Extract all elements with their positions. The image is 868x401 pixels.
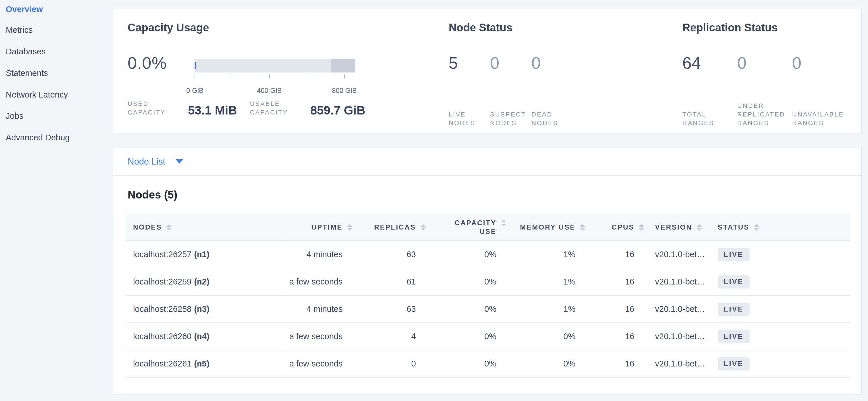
- total-ranges-value: 64: [682, 54, 737, 72]
- usable-capacity-value: 859.7 GiB: [310, 104, 365, 117]
- usable-capacity-label: USABLE CAPACITY: [250, 99, 302, 117]
- sidebar-item-advanced-debug[interactable]: Advanced Debug: [6, 131, 70, 144]
- replicas-cell: 63: [352, 295, 426, 323]
- node-address-link[interactable]: localhost:26257: [133, 250, 191, 259]
- under-replicated-ranges-stat: 0 UNDER- REPLICATED RANGES: [737, 54, 792, 127]
- cpus-cell: 16: [585, 268, 644, 295]
- gauge-tick: [307, 75, 307, 79]
- sidebar-item-statements[interactable]: Statements: [6, 66, 48, 80]
- node-address-link[interactable]: localhost:26259: [133, 277, 191, 286]
- suspect-nodes-stat: 0 SUSPECT NODES: [490, 54, 531, 127]
- total-ranges-label: TOTAL RANGES: [682, 110, 737, 127]
- column-header-memory-use[interactable]: MEMORY USE: [506, 214, 585, 241]
- table-row: localhost:26260(n4) a few seconds 4 0% 0…: [126, 323, 850, 350]
- capacity-use-cell: 0%: [426, 268, 506, 295]
- column-label: VERSION: [655, 223, 692, 231]
- column-header-cpus[interactable]: CPUS: [585, 214, 644, 241]
- status-badge: LIVE: [718, 357, 750, 371]
- suspect-nodes-value: 0: [490, 54, 531, 72]
- capacity-use-cell: 0%: [426, 323, 506, 350]
- sidebar-item-jobs[interactable]: Jobs: [6, 109, 23, 123]
- sidebar: Overview Metrics Databases Statements Ne…: [0, 0, 113, 401]
- table-row: localhost:26258(n3) 4 minutes 63 0% 1% 1…: [126, 295, 850, 323]
- sidebar-item-databases[interactable]: Databases: [6, 45, 46, 58]
- gauge-tick: [269, 75, 270, 79]
- node-id: (n5): [194, 359, 209, 368]
- dead-nodes-value: 0: [531, 54, 573, 72]
- gauge-tick-label: 800 GiB: [332, 87, 357, 95]
- column-label: MEMORY USE: [520, 223, 576, 231]
- sort-icon: [347, 224, 352, 231]
- status-badge: LIVE: [718, 248, 750, 261]
- cluster-summary-card: Capacity Usage 0.0% 0 GiB 400 GiB 800 Gi…: [113, 9, 862, 133]
- unavailable-ranges-value: 0: [792, 54, 847, 72]
- capacity-used-percent: 0.0%: [128, 54, 167, 72]
- node-id: (n2): [194, 277, 209, 286]
- sort-icon: [697, 224, 702, 231]
- memory-use-cell: 1%: [506, 241, 585, 268]
- capacity-gauge-bar: [194, 59, 355, 73]
- replicas-cell: 61: [352, 268, 426, 295]
- used-capacity-label: USED CAPACITY: [128, 99, 179, 117]
- column-header-replicas[interactable]: REPLICAS: [352, 214, 426, 241]
- sidebar-item-network-latency[interactable]: Network Latency: [6, 88, 68, 102]
- cpus-cell: 16: [585, 350, 644, 377]
- cpus-cell: 16: [585, 323, 644, 350]
- unavailable-ranges-stat: 0 UNAVAILABLE RANGES: [792, 54, 847, 127]
- sort-icon: [421, 224, 426, 231]
- capacity-gauge-reserved-segment: [331, 59, 355, 73]
- view-selector-label: Node List: [128, 156, 165, 167]
- node-address-link[interactable]: localhost:26261: [133, 359, 191, 368]
- uptime-cell: a few seconds: [282, 323, 352, 350]
- table-header-row: NODES UPTIME REPLICAS CAPACITY USE MEMOR…: [126, 214, 850, 241]
- gauge-tick-label: 0 GiB: [186, 87, 204, 95]
- sidebar-item-metrics[interactable]: Metrics: [6, 23, 32, 37]
- capacity-details: USED CAPACITY 53.1 MiB USABLE CAPACITY 8…: [128, 99, 365, 117]
- memory-use-cell: 1%: [506, 268, 585, 295]
- version-cell: v20.1.0-bet…: [644, 268, 710, 295]
- column-header-version[interactable]: VERSION: [644, 214, 710, 241]
- node-list-card: Node List Nodes (5) NODES UPTIME: [113, 148, 862, 394]
- view-selector-bar: Node List: [113, 148, 861, 176]
- column-label: CAPACITY USE: [455, 219, 496, 235]
- live-nodes-stat: 5 LIVE NODES: [449, 54, 490, 127]
- uptime-cell: a few seconds: [282, 350, 352, 377]
- cpus-cell: 16: [585, 241, 644, 268]
- sidebar-item-overview[interactable]: Overview: [6, 2, 43, 16]
- under-replicated-ranges-label: UNDER- REPLICATED RANGES: [737, 102, 792, 127]
- column-header-status[interactable]: STATUS: [710, 214, 850, 241]
- column-label: NODES: [133, 223, 162, 231]
- column-header-nodes[interactable]: NODES: [126, 214, 282, 241]
- replication-status-title: Replication Status: [682, 21, 778, 34]
- version-cell: v20.1.0-bet…: [644, 350, 710, 377]
- capacity-usage-panel: Capacity Usage 0.0% 0 GiB 400 GiB 800 Gi…: [128, 9, 355, 133]
- node-address-link[interactable]: localhost:26258: [133, 304, 191, 314]
- total-ranges-stat: 64 TOTAL RANGES: [682, 54, 737, 127]
- status-badge: LIVE: [718, 275, 750, 289]
- node-status-stats: 5 LIVE NODES 0 SUSPECT NODES 0 DEAD NODE…: [449, 54, 573, 127]
- node-id: (n3): [194, 304, 209, 314]
- node-id: (n1): [194, 250, 209, 259]
- capacity-gauge: 0 GiB 400 GiB 800 GiB: [194, 59, 355, 73]
- suspect-nodes-label: SUSPECT NODES: [490, 110, 531, 127]
- under-replicated-ranges-value: 0: [737, 54, 792, 72]
- used-capacity-value: 53.1 MiB: [188, 104, 237, 117]
- memory-use-cell: 0%: [506, 350, 585, 377]
- replicas-cell: 4: [352, 323, 426, 350]
- column-header-capacity-use[interactable]: CAPACITY USE: [426, 214, 506, 241]
- live-nodes-label: LIVE NODES: [449, 110, 490, 127]
- cpus-cell: 16: [585, 295, 644, 323]
- used-capacity-stat: USED CAPACITY 53.1 MiB: [128, 99, 237, 117]
- dead-nodes-stat: 0 DEAD NODES: [531, 54, 573, 127]
- node-address-link[interactable]: localhost:26260: [133, 332, 191, 341]
- version-cell: v20.1.0-bet…: [644, 295, 710, 323]
- unavailable-ranges-label: UNAVAILABLE RANGES: [792, 110, 847, 127]
- view-selector-dropdown[interactable]: Node List: [128, 156, 183, 167]
- chevron-down-icon: [176, 160, 183, 164]
- gauge-tick-label: 400 GiB: [257, 87, 282, 95]
- column-header-uptime[interactable]: UPTIME: [282, 214, 352, 241]
- gauge-tick: [194, 75, 195, 79]
- replication-status-panel: Replication Status 64 TOTAL RANGES 0 UND…: [682, 9, 862, 133]
- replicas-cell: 0: [352, 350, 426, 377]
- capacity-use-cell: 0%: [426, 350, 506, 377]
